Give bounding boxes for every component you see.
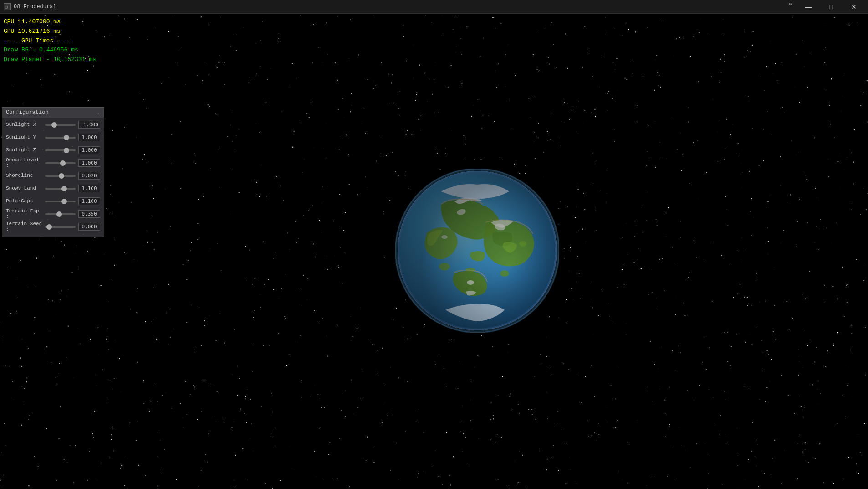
- config-value-2[interactable]: [78, 146, 100, 154]
- draw-planet-stat: Draw Planet - 10.152331 ms: [4, 55, 96, 65]
- config-row-1: Sunlight Y: [2, 131, 104, 144]
- config-value-8[interactable]: [78, 223, 100, 231]
- config-label-4: Shoreline: [6, 173, 42, 178]
- planet-container: [395, 169, 559, 335]
- config-label-8: Terrain Seed :: [6, 221, 42, 232]
- config-slider-5[interactable]: [45, 188, 76, 190]
- config-slider-4[interactable]: [45, 175, 76, 177]
- config-label-0: Sunlight X: [6, 122, 42, 127]
- config-slider-8[interactable]: [45, 226, 76, 228]
- config-value-3[interactable]: [78, 159, 100, 167]
- gpu-stat: GPU 10.621716 ms: [4, 27, 96, 36]
- config-label-3: Ocean Level :: [6, 157, 42, 168]
- maximize-button[interactable]: □: [821, 0, 842, 14]
- config-label-7: Terrain Exp :: [6, 208, 42, 219]
- draw-bg-value: 0.446956 ms: [39, 46, 78, 53]
- cpu-stat: CPU 11.407000 ms: [4, 17, 96, 27]
- config-row-6: PolarCaps: [2, 195, 104, 207]
- config-slider-container-3: [45, 160, 76, 166]
- config-slider-1[interactable]: [45, 137, 76, 139]
- config-label-6: PolarCaps: [6, 198, 42, 204]
- config-panel: Configuration - Sunlight XSunlight YSunl…: [2, 107, 104, 237]
- svg-text:⊞: ⊞: [5, 5, 8, 10]
- planet-graphic: [395, 169, 559, 333]
- config-value-1[interactable]: [78, 134, 100, 141]
- cpu-value: 11.407000 ms: [18, 18, 61, 25]
- config-header[interactable]: Configuration -: [2, 108, 104, 118]
- titlebar: ⊞ 08_Procedural ⇔ — □ ✕: [0, 0, 868, 14]
- draw-planet-value: 10.152331 ms: [53, 56, 96, 63]
- config-collapse-button[interactable]: -: [97, 110, 100, 115]
- config-rows: Sunlight XSunlight YSunlight ZOcean Leve…: [2, 118, 104, 233]
- draw-bg-label: Draw BG -: [4, 46, 36, 53]
- config-slider-3[interactable]: [45, 162, 76, 164]
- config-value-6[interactable]: [78, 197, 100, 205]
- hud-overlay: CPU 11.407000 ms GPU 10.621716 ms -----G…: [4, 17, 96, 65]
- config-value-5[interactable]: [78, 185, 100, 192]
- config-label-5: Snowy Land: [6, 185, 42, 191]
- config-slider-container-4: [45, 172, 76, 179]
- cpu-label: CPU: [4, 18, 14, 25]
- config-slider-0[interactable]: [45, 124, 76, 126]
- config-slider-container-7: [45, 211, 76, 217]
- config-slider-6[interactable]: [45, 201, 76, 202]
- resize-icon: ⇔: [789, 0, 792, 14]
- config-slider-container-2: [45, 147, 76, 153]
- window-title: 08_Procedural: [14, 4, 789, 10]
- config-label-1: Sunlight Y: [6, 134, 42, 140]
- config-slider-container-8: [45, 223, 76, 230]
- config-title: Configuration: [6, 109, 49, 116]
- gpu-label: GPU: [4, 28, 14, 35]
- config-slider-container-1: [45, 134, 76, 140]
- config-row-2: Sunlight Z: [2, 144, 104, 156]
- config-slider-2[interactable]: [45, 149, 76, 151]
- config-slider-container-6: [45, 198, 76, 204]
- config-row-5: Snowy Land: [2, 182, 104, 195]
- config-label-2: Sunlight Z: [6, 147, 42, 153]
- draw-bg-stat: Draw BG - 0.446956 ms: [4, 46, 96, 55]
- draw-planet-label: Draw Planet -: [4, 56, 50, 63]
- main-viewport: CPU 11.407000 ms GPU 10.621716 ms -----G…: [0, 14, 868, 489]
- config-value-4[interactable]: [78, 172, 100, 180]
- config-row-8: Terrain Seed :: [2, 220, 104, 233]
- gpu-times-header: -----GPU Times-----: [4, 36, 96, 46]
- config-value-7[interactable]: [78, 210, 100, 218]
- config-row-7: Terrain Exp :: [2, 207, 104, 220]
- app-icon: ⊞: [4, 3, 11, 10]
- config-slider-container-0: [45, 121, 76, 128]
- config-row-4: Shoreline: [2, 169, 104, 182]
- window-controls: ⇔ — □ ✕: [789, 0, 864, 14]
- config-value-0[interactable]: [78, 121, 100, 129]
- close-button[interactable]: ✕: [843, 0, 864, 14]
- config-row-0: Sunlight X: [2, 118, 104, 131]
- minimize-button[interactable]: —: [798, 0, 819, 14]
- config-slider-container-5: [45, 185, 76, 191]
- config-row-3: Ocean Level :: [2, 156, 104, 169]
- gpu-value: 10.621716 ms: [18, 28, 61, 35]
- config-slider-7[interactable]: [45, 213, 76, 215]
- svg-point-15: [398, 171, 557, 330]
